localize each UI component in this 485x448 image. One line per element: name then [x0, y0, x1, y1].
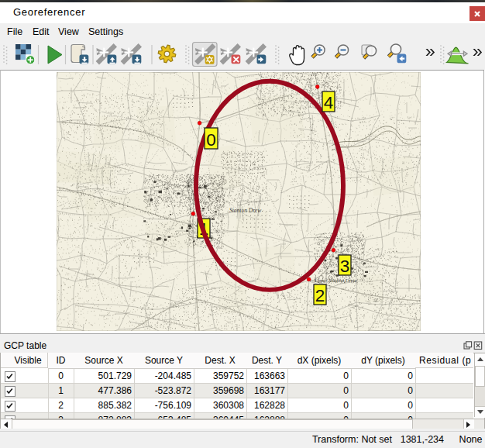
svg-text:0: 0	[206, 130, 216, 150]
svg-text:2: 2	[315, 286, 325, 305]
svg-text:4: 4	[324, 93, 334, 112]
svg-text:3: 3	[340, 257, 350, 276]
